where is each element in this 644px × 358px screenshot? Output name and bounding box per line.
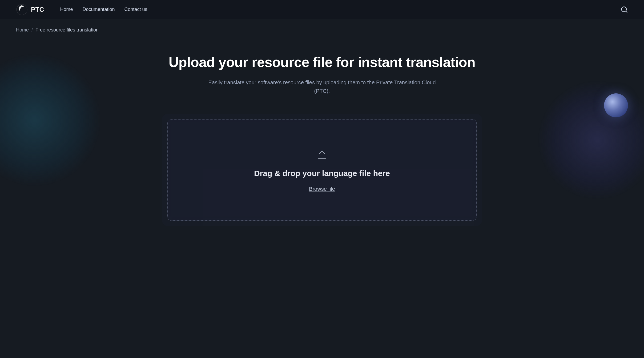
nav-documentation[interactable]: Documentation [82,7,115,12]
logo-icon [16,4,28,15]
svg-line-3 [626,11,627,12]
page-subtitle: Easily translate your software's resourc… [202,78,442,95]
svg-point-1 [22,6,24,7]
upload-outer: Drag & drop your language file here Brow… [162,114,482,226]
upload-icon [316,148,328,161]
logo-wrapper[interactable]: PTC [16,4,44,15]
drag-drop-text: Drag & drop your language file here [254,169,390,178]
upload-dropzone[interactable]: Drag & drop your language file here Brow… [167,119,477,221]
nav-links: Home Documentation Contact us [60,7,147,12]
breadcrumb-current: Free resource files translation [35,27,99,33]
search-icon [621,6,628,13]
brand-name: PTC [31,6,44,13]
navbar-left: PTC Home Documentation Contact us [16,4,147,15]
search-button[interactable] [621,6,628,13]
breadcrumb-home[interactable]: Home [16,27,29,33]
nav-home[interactable]: Home [60,7,73,12]
main-content: Upload your resource file for instant tr… [0,33,644,226]
navbar: PTC Home Documentation Contact us [0,0,644,19]
page-title: Upload your resource file for instant tr… [169,54,476,70]
breadcrumb: Home / Free resource files translation [0,19,644,33]
nav-contact[interactable]: Contact us [124,7,147,12]
breadcrumb-separator: / [31,27,33,33]
browse-file-link[interactable]: Browse file [309,186,335,192]
upload-icon-wrapper [316,148,328,161]
